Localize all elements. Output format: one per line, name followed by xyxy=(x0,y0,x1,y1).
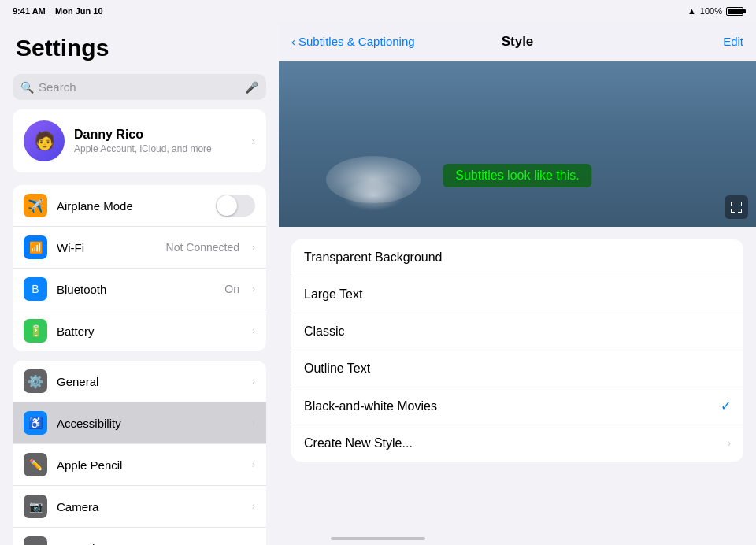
create-new-style-label: Create New Style... xyxy=(304,436,728,450)
wifi-value: Not Connected xyxy=(166,241,239,254)
battery-settings-icon: 🔋 xyxy=(24,319,47,343)
chevron-right-icon: › xyxy=(252,501,255,512)
settings-panel: Settings 🔍 🎤 🧑 Danny Rico Apple Account,… xyxy=(0,22,279,545)
control-center-label: Control Center xyxy=(57,542,243,546)
wifi-icon: ▲ xyxy=(687,6,696,16)
style-list: Transparent Background Large Text Classi… xyxy=(279,227,756,545)
wifi-label: Wi-Fi xyxy=(57,241,157,254)
airplane-mode-label: Airplane Mode xyxy=(57,199,206,213)
settings-group-connectivity: ✈️ Airplane Mode 📶 Wi-Fi Not Connected ›… xyxy=(13,185,266,351)
microphone-icon[interactable]: 🎤 xyxy=(245,81,258,94)
bw-movies-label: Black-and-white Movies xyxy=(304,399,721,413)
settings-group-system: ⚙️ General › ♿ Accessibility › ✏️ Apple … xyxy=(13,361,266,545)
bluetooth-value: On xyxy=(224,283,239,295)
avatar: 🧑 xyxy=(24,120,65,161)
bluetooth-label: Bluetooth xyxy=(57,283,215,296)
accessibility-label: Accessibility xyxy=(57,417,243,430)
search-icon: 🔍 xyxy=(20,81,34,94)
control-center-icon: ⊞ xyxy=(24,536,47,545)
camera-label: Camera xyxy=(57,500,243,513)
battery-percentage: 100% xyxy=(700,6,722,16)
user-profile-card[interactable]: 🧑 Danny Rico Apple Account, iCloud, and … xyxy=(13,109,266,172)
right-panel: ‹ Subtitles & Captioning Style Edit Subt… xyxy=(279,22,756,545)
style-item-bw-movies[interactable]: Black-and-white Movies ✓ xyxy=(291,387,743,425)
camera-icon: 📷 xyxy=(24,495,47,518)
status-time-date: 9:41 AM Mon Jun 10 xyxy=(13,6,103,16)
status-bar: 9:41 AM Mon Jun 10 ▲ 100% xyxy=(0,0,756,22)
transparent-bg-label: Transparent Background xyxy=(304,250,731,265)
settings-item-airplane[interactable]: ✈️ Airplane Mode xyxy=(13,185,266,227)
search-bar[interactable]: 🔍 🎤 xyxy=(13,74,266,100)
chevron-right-icon: › xyxy=(252,325,255,336)
search-input[interactable] xyxy=(39,80,240,94)
settings-item-camera[interactable]: 📷 Camera › xyxy=(13,486,266,528)
battery-icon xyxy=(726,7,743,16)
bluetooth-icon: B xyxy=(24,277,47,301)
outline-text-label: Outline Text xyxy=(304,361,731,376)
settings-item-battery[interactable]: 🔋 Battery › xyxy=(13,310,266,351)
settings-item-controlcenter[interactable]: ⊞ Control Center › xyxy=(13,528,266,545)
large-text-label: Large Text xyxy=(304,287,731,302)
style-item-classic[interactable]: Classic xyxy=(291,313,743,350)
back-label: Subtitles & Captioning xyxy=(298,35,415,48)
chevron-right-icon: › xyxy=(252,417,255,428)
status-indicators: ▲ 100% xyxy=(687,6,743,16)
chevron-right-icon: › xyxy=(251,135,255,147)
chevron-right-icon: › xyxy=(252,284,255,295)
classic-label: Classic xyxy=(304,324,731,339)
style-options-group: Transparent Background Large Text Classi… xyxy=(291,239,743,462)
settings-item-applepencil[interactable]: ✏️ Apple Pencil › xyxy=(13,444,266,486)
chevron-right-icon: › xyxy=(728,438,731,449)
style-item-large-text[interactable]: Large Text xyxy=(291,276,743,313)
fullscreen-button[interactable] xyxy=(724,195,748,219)
airplane-mode-toggle[interactable] xyxy=(216,195,255,217)
page-title: Style xyxy=(502,34,534,50)
user-subtitle: Apple Account, iCloud, and more xyxy=(74,143,242,154)
accessibility-icon: ♿ xyxy=(24,411,47,435)
chevron-right-icon: › xyxy=(252,459,255,470)
back-button[interactable]: ‹ Subtitles & Captioning xyxy=(291,35,415,48)
settings-item-wifi[interactable]: 📶 Wi-Fi Not Connected › xyxy=(13,227,266,269)
edit-button[interactable]: Edit xyxy=(723,35,743,48)
user-info: Danny Rico Apple Account, iCloud, and mo… xyxy=(74,128,242,154)
subtitle-preview-text: Subtitles look like this. xyxy=(443,164,591,187)
settings-item-general[interactable]: ⚙️ General › xyxy=(13,361,266,402)
chevron-right-icon: › xyxy=(252,376,255,387)
general-icon: ⚙️ xyxy=(24,369,47,393)
settings-item-accessibility[interactable]: ♿ Accessibility › xyxy=(13,402,266,444)
general-label: General xyxy=(57,375,243,388)
battery-label: Battery xyxy=(57,324,243,338)
style-item-transparent-bg[interactable]: Transparent Background xyxy=(291,239,743,276)
airplane-mode-icon: ✈️ xyxy=(24,194,47,217)
settings-title: Settings xyxy=(0,22,279,68)
apple-pencil-label: Apple Pencil xyxy=(57,458,243,472)
checkmark-icon: ✓ xyxy=(721,399,731,413)
chevron-right-icon: › xyxy=(252,242,255,253)
nav-bar: ‹ Subtitles & Captioning Style Edit xyxy=(279,22,756,61)
home-indicator xyxy=(331,537,425,540)
toggle-knob xyxy=(217,195,237,216)
apple-pencil-icon: ✏️ xyxy=(24,453,47,476)
user-name: Danny Rico xyxy=(74,128,242,142)
settings-item-bluetooth[interactable]: B Bluetooth On › xyxy=(13,269,266,310)
subtitle-preview-area: Subtitles look like this. xyxy=(279,61,756,227)
wifi-settings-icon: 📶 xyxy=(24,235,47,259)
cloud-decoration-2 xyxy=(342,180,405,211)
fullscreen-icon xyxy=(731,202,742,213)
style-item-create-new[interactable]: Create New Style... › xyxy=(291,425,743,462)
chevron-left-icon: ‹ xyxy=(291,35,295,48)
style-item-outline-text[interactable]: Outline Text xyxy=(291,350,743,387)
